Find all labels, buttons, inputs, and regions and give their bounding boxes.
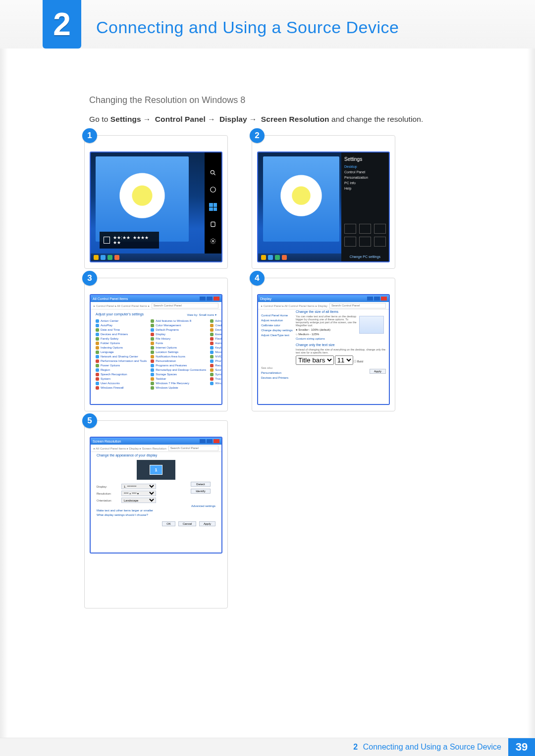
cp-item[interactable]: Ease of Access Center bbox=[210, 333, 222, 336]
cp-item[interactable]: Language bbox=[96, 351, 147, 354]
cp-item[interactable]: NVIDIA Control Panel bbox=[210, 355, 222, 358]
cp-item[interactable]: Mouse bbox=[210, 351, 222, 354]
cp-item[interactable]: Speech Recognition bbox=[96, 373, 147, 376]
ok-button[interactable]: OK bbox=[162, 521, 175, 526]
custom-sizing-link[interactable]: Custom sizing options bbox=[296, 337, 386, 340]
cp-item[interactable]: Credential Manager bbox=[210, 324, 222, 327]
cp-item[interactable]: Display bbox=[151, 333, 206, 336]
search-icon[interactable] bbox=[210, 169, 216, 176]
keyboard-icon[interactable] bbox=[374, 237, 386, 247]
volume-icon[interactable] bbox=[359, 224, 371, 234]
cp-item[interactable]: Windows Firewall bbox=[96, 386, 147, 390]
cp-item[interactable]: File History bbox=[151, 337, 206, 341]
cancel-button[interactable]: Cancel bbox=[178, 521, 197, 526]
maximize-icon[interactable] bbox=[207, 297, 213, 301]
apply-button[interactable]: Apply bbox=[370, 369, 386, 374]
cp-item[interactable]: Fonts bbox=[151, 342, 206, 345]
settings-link[interactable]: Personalization bbox=[344, 176, 386, 179]
resolution-select[interactable]: **** × **** ▾ bbox=[121, 491, 156, 496]
maximize-icon[interactable] bbox=[374, 297, 380, 301]
network-icon[interactable] bbox=[344, 224, 356, 234]
cp-item[interactable]: Flash Player (32-bit) bbox=[210, 337, 222, 341]
cp-item[interactable]: Administrative Tools bbox=[210, 319, 222, 323]
cp-item[interactable]: Storage Spaces bbox=[151, 373, 206, 376]
item-select[interactable]: Title bars bbox=[296, 355, 334, 365]
cp-item[interactable]: Power Options bbox=[96, 364, 147, 367]
cp-item[interactable]: Color Management bbox=[151, 324, 206, 327]
identify-button[interactable]: Identify bbox=[191, 489, 211, 494]
cp-item[interactable]: Windows 7 File Recovery bbox=[151, 382, 206, 385]
devices-icon[interactable] bbox=[210, 221, 216, 228]
minimize-icon[interactable] bbox=[200, 439, 206, 443]
text-size-link[interactable]: Make text and other items larger or smal… bbox=[97, 509, 215, 512]
minimize-icon[interactable] bbox=[367, 297, 373, 301]
close-icon[interactable] bbox=[214, 297, 219, 301]
nav-link[interactable]: Control Panel Home bbox=[261, 314, 296, 317]
cp-item[interactable]: Network and Sharing Center bbox=[96, 355, 147, 358]
cp-item[interactable]: Add features to Windows 8 bbox=[151, 319, 206, 323]
detect-button[interactable]: Detect bbox=[191, 482, 211, 487]
advanced-settings-link[interactable]: Advanced settings bbox=[97, 504, 215, 507]
cp-item[interactable]: Location Settings bbox=[151, 351, 206, 354]
cp-item[interactable]: Action Center bbox=[96, 319, 147, 323]
cp-item[interactable]: Date and Time bbox=[96, 328, 147, 332]
cp-item[interactable]: User Accounts bbox=[96, 382, 147, 385]
cp-item[interactable]: Recovery bbox=[210, 364, 222, 367]
size-select[interactable]: 11 bbox=[335, 355, 353, 365]
search-input[interactable] bbox=[152, 303, 218, 308]
apply-button[interactable]: Apply bbox=[199, 521, 215, 526]
settings-icon[interactable] bbox=[210, 238, 216, 245]
cp-item[interactable]: Notification Area Icons bbox=[151, 355, 206, 358]
cp-item[interactable]: HomeGroup bbox=[210, 342, 222, 345]
close-icon[interactable] bbox=[381, 297, 387, 301]
nav-link[interactable]: Adjust resolution bbox=[261, 319, 296, 322]
cp-item[interactable]: AutoPlay bbox=[96, 324, 147, 327]
minimize-icon[interactable] bbox=[200, 297, 206, 301]
nav-link[interactable]: Devices and Printers bbox=[261, 376, 296, 379]
cp-item[interactable]: Devices and Printers bbox=[96, 333, 147, 336]
power-icon[interactable] bbox=[359, 237, 371, 247]
brightness-icon[interactable] bbox=[374, 224, 386, 234]
settings-link[interactable]: Control Panel bbox=[344, 170, 386, 174]
search-input[interactable] bbox=[329, 303, 386, 308]
cp-item[interactable]: Family Safety bbox=[96, 337, 147, 341]
monitor-icon[interactable]: 1 bbox=[150, 465, 162, 475]
cp-item[interactable]: System bbox=[96, 377, 147, 381]
settings-link[interactable]: PC info bbox=[344, 181, 386, 185]
nav-link[interactable]: Calibrate color bbox=[261, 324, 296, 327]
help-link[interactable]: What display settings should I choose? bbox=[97, 513, 215, 516]
cp-item[interactable]: Performance Information and Tools bbox=[96, 359, 147, 363]
cp-item[interactable]: Sync Center bbox=[210, 373, 222, 376]
cp-item[interactable]: Phone and Modem bbox=[210, 359, 222, 363]
cp-item[interactable]: Device Manager bbox=[210, 328, 222, 332]
cp-item[interactable]: Programs and Features bbox=[151, 364, 206, 367]
cp-item[interactable]: Default Programs bbox=[151, 328, 206, 332]
maximize-icon[interactable] bbox=[207, 439, 213, 443]
cp-item[interactable]: Region bbox=[96, 368, 147, 372]
close-icon[interactable] bbox=[214, 439, 219, 443]
cp-item[interactable]: Windows Defender bbox=[210, 382, 222, 385]
cp-item[interactable]: Personalization bbox=[151, 359, 206, 363]
cp-item[interactable]: Indexing Options bbox=[96, 346, 147, 350]
cp-item[interactable]: Windows Update bbox=[151, 386, 206, 390]
bold-checkbox[interactable]: ☐ Bold bbox=[354, 360, 363, 363]
cp-item[interactable]: Folder Options bbox=[96, 342, 147, 345]
nav-link[interactable]: Personalization bbox=[261, 371, 296, 374]
settings-link[interactable]: Desktop bbox=[344, 165, 386, 168]
cp-item[interactable]: RemoteApp and Desktop Connections bbox=[151, 368, 206, 372]
cp-item[interactable]: Keyboard bbox=[210, 346, 222, 350]
notifications-icon[interactable] bbox=[344, 237, 356, 247]
start-icon[interactable] bbox=[209, 203, 217, 211]
cp-item[interactable]: Sound bbox=[210, 368, 222, 372]
display-select[interactable]: 1. ******** bbox=[121, 484, 156, 489]
cp-item[interactable]: Troubleshooting bbox=[210, 377, 222, 381]
nav-link[interactable]: Adjust ClearType text bbox=[261, 334, 296, 337]
cp-item[interactable]: Internet Options bbox=[151, 346, 206, 350]
cp-item[interactable]: Taskbar bbox=[151, 377, 206, 381]
nav-link[interactable]: Change display settings bbox=[261, 329, 296, 332]
orientation-select[interactable]: Landscape bbox=[121, 498, 156, 503]
share-icon[interactable] bbox=[210, 186, 216, 193]
settings-link[interactable]: Help bbox=[344, 187, 386, 190]
search-input[interactable] bbox=[168, 446, 218, 451]
change-pc-settings-link[interactable]: Change PC settings bbox=[341, 255, 389, 258]
